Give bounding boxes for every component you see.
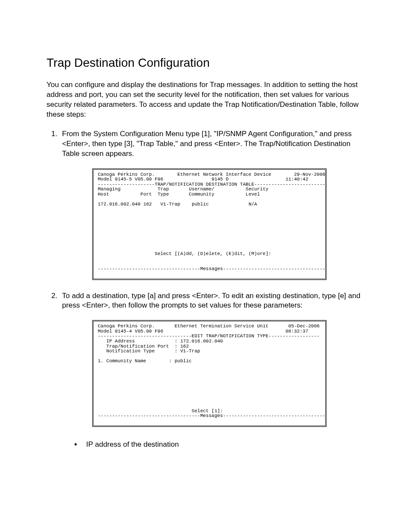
terminal-screen-1: ​Canoga Perkins Corp. Ethernet Network I… [92,168,327,280]
step-2-text: To add a destination, type [a] and press… [62,292,360,310]
terminal-2-content: ​Canoga Perkins Corp. Ethernet Terminati… [98,324,321,418]
bullet-item-1: IP address of the destination [82,440,364,450]
terminal-screen-2: ​Canoga Perkins Corp. Ethernet Terminati… [92,320,327,426]
step-1-text: From the System Configuration Menu type … [62,130,352,158]
intro-paragraph: You can configure and display the destin… [47,80,364,120]
terminal-1-content: ​Canoga Perkins Corp. Ethernet Network I… [98,172,321,272]
bullet-item-1-text: IP address of the destination [86,440,364,450]
step-2: To add a destination, type [a] and press… [59,291,364,450]
page-title: Trap Destination Configuration [47,56,364,70]
step-1: From the System Configuration Menu type … [59,129,364,280]
